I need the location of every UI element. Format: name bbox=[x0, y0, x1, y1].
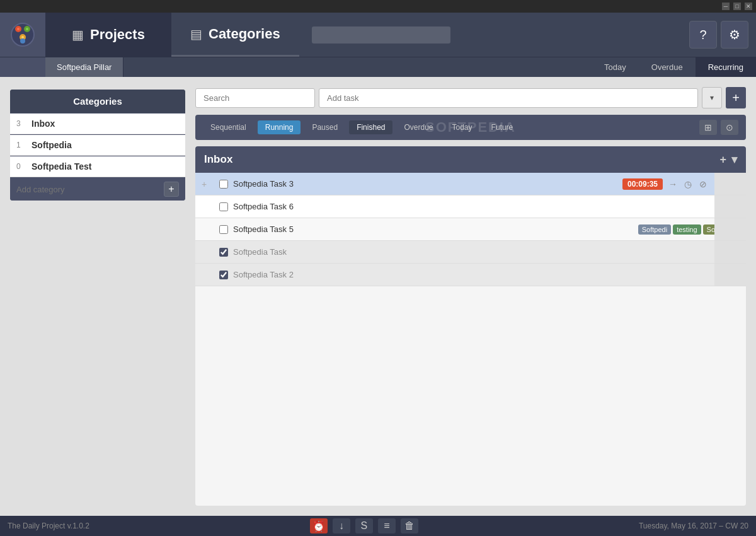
title-bar: ─ □ ✕ bbox=[0, 0, 756, 13]
app-version: The Daily Project v.1.0.2 bbox=[8, 521, 89, 530]
sidebar: Categories 3 Inbox 1 Softpedia 0 Softped… bbox=[0, 77, 195, 516]
category-item-softpedia-test[interactable]: 0 Softpedia Test bbox=[10, 156, 185, 177]
task-panel-actions: + ▾ bbox=[719, 153, 737, 166]
footer-datetime: Tuesday, May 16, 2017 – CW 20 bbox=[639, 521, 748, 530]
close-btn[interactable]: ✕ bbox=[745, 3, 752, 10]
cat-name-inbox: Inbox bbox=[32, 119, 55, 129]
categories-label: Categories bbox=[209, 26, 280, 42]
category-item-inbox[interactable]: 3 Inbox bbox=[10, 114, 185, 134]
cat-count-inbox: 3 bbox=[16, 119, 26, 128]
projects-icon: ▦ bbox=[72, 27, 84, 42]
svg-point-4 bbox=[17, 28, 20, 30]
task-2-name: Softpedia Task 6 bbox=[233, 202, 740, 211]
cat-name-softpedia-test: Softpedia Test bbox=[32, 161, 91, 172]
task-1-name: Softpedia Task 3 bbox=[233, 179, 622, 189]
filter-running[interactable]: Running bbox=[258, 120, 301, 134]
maximize-btn[interactable]: □ bbox=[733, 3, 741, 10]
add-category-row: + bbox=[10, 178, 185, 201]
footer: The Daily Project v.1.0.2 ⏰ ↓ S ≡ 🗑 Tues… bbox=[0, 516, 756, 536]
global-search-input[interactable] bbox=[312, 26, 450, 44]
help-button[interactable]: ? bbox=[689, 21, 717, 49]
download-btn[interactable]: ↓ bbox=[333, 518, 350, 533]
filter-bar: SOFTPEDIA Sequential Running Paused Fini… bbox=[195, 115, 746, 140]
search-area bbox=[299, 13, 689, 57]
add-category-input[interactable] bbox=[16, 185, 164, 194]
task-5-checkbox[interactable] bbox=[219, 271, 228, 279]
task-3-drag-handle bbox=[714, 218, 746, 240]
task-row: Softpedia Task 2 bbox=[195, 264, 746, 286]
task-3-name: Softpedia Task 5 bbox=[233, 224, 638, 234]
categories-panel-title: Categories bbox=[10, 90, 185, 113]
task-row: Softpedia Task 6 bbox=[195, 195, 746, 218]
task-search-input[interactable] bbox=[195, 88, 315, 108]
task-panel-collapse-btn[interactable]: ▾ bbox=[731, 153, 737, 166]
task-row: Softpedia Task bbox=[195, 241, 746, 264]
task-3-tag-testing: testing bbox=[673, 224, 701, 235]
grid-view-btn[interactable]: ⊞ bbox=[699, 120, 717, 135]
task-panel-header: Inbox + ▾ bbox=[195, 146, 746, 173]
task-1-clock-icon[interactable]: ◷ bbox=[682, 179, 694, 189]
filter-paused[interactable]: Paused bbox=[304, 120, 345, 134]
projects-label: Projects bbox=[90, 26, 145, 43]
sync-btn[interactable]: S bbox=[355, 518, 373, 533]
list-settings-btn[interactable]: ≡ bbox=[378, 518, 396, 533]
categories-icon: ▤ bbox=[190, 26, 202, 42]
top-action-btns: ? ⚙ bbox=[689, 13, 756, 57]
tag-view-btn[interactable]: ⊙ bbox=[721, 120, 738, 135]
task-2-checkbox[interactable] bbox=[219, 202, 228, 211]
task-dropdown-button[interactable]: ▾ bbox=[702, 87, 722, 108]
task-1-link-icon[interactable]: ⊘ bbox=[697, 179, 709, 189]
add-task-input[interactable] bbox=[319, 88, 698, 108]
task-row-add-icon[interactable]: + bbox=[202, 179, 214, 189]
task-4-name: Softpedia Task bbox=[233, 247, 740, 257]
cat-count-softpedia: 1 bbox=[16, 141, 26, 149]
svg-point-6 bbox=[21, 36, 24, 38]
task-3-checkbox[interactable] bbox=[219, 225, 228, 234]
top-nav: ▦ Projects ▤ Categories ? ⚙ bbox=[0, 13, 756, 57]
cat-tab-overdue[interactable]: Overdue bbox=[639, 57, 696, 77]
filter-sequential[interactable]: Sequential bbox=[203, 120, 254, 134]
sub-nav-left-spacer bbox=[0, 57, 45, 77]
nav-categories-tab[interactable]: ▤ Categories bbox=[171, 13, 299, 57]
svg-point-7 bbox=[20, 38, 25, 44]
main-content: Categories 3 Inbox 1 Softpedia 0 Softped… bbox=[0, 77, 756, 516]
logo bbox=[0, 13, 45, 57]
task-4-checkbox[interactable] bbox=[219, 248, 228, 257]
task-1-drag-handle bbox=[714, 173, 746, 195]
add-task-button[interactable]: + bbox=[726, 87, 746, 108]
settings-button[interactable]: ⚙ bbox=[721, 21, 748, 49]
task-panel-add-btn[interactable]: + bbox=[719, 153, 726, 166]
task-input-row: ▾ + bbox=[195, 87, 746, 108]
categories-panel: Categories 3 Inbox 1 Softpedia 0 Softped… bbox=[10, 90, 185, 201]
svg-point-5 bbox=[26, 28, 28, 30]
category-item-softpedia[interactable]: 1 Softpedia bbox=[10, 135, 185, 156]
task-1-timer: 00:09:35 bbox=[622, 178, 663, 190]
project-tab-softpedia-pillar[interactable]: Softpedia Pillar bbox=[45, 57, 123, 77]
right-content: ▾ + SOFTPEDIA Sequential Running Paused … bbox=[195, 77, 756, 516]
cat-tab-today[interactable]: Today bbox=[592, 57, 639, 77]
task-3-tag-softpedi: Softpedi bbox=[638, 224, 671, 235]
filter-future[interactable]: Future bbox=[484, 120, 521, 134]
minimize-btn[interactable]: ─ bbox=[722, 3, 730, 10]
filter-overdue[interactable]: Overdue bbox=[396, 120, 440, 134]
trash-btn[interactable]: 🗑 bbox=[401, 518, 418, 533]
task-1-checkbox[interactable] bbox=[219, 180, 228, 189]
cat-count-softpedia-test: 0 bbox=[16, 162, 26, 171]
cat-tab-recurring[interactable]: Recurring bbox=[696, 57, 756, 77]
task-row: Softpedia Task 5 Softpedi testing Softwa… bbox=[195, 218, 746, 241]
alarm-btn[interactable]: ⏰ bbox=[310, 518, 328, 533]
add-category-button[interactable]: + bbox=[164, 182, 179, 197]
task-4-drag-handle bbox=[714, 241, 746, 263]
filter-finished[interactable]: Finished bbox=[349, 120, 392, 134]
cat-name-softpedia: Softpedia bbox=[32, 140, 72, 150]
task-5-drag-handle bbox=[714, 264, 746, 286]
sub-nav: Softpedia Pillar Today Overdue Recurring bbox=[0, 57, 756, 77]
nav-projects-tab[interactable]: ▦ Projects bbox=[45, 13, 171, 57]
filter-today[interactable]: Today bbox=[445, 120, 480, 134]
task-2-drag-handle bbox=[714, 195, 746, 218]
task-5-name: Softpedia Task 2 bbox=[233, 270, 740, 279]
task-panel: Inbox + ▾ + Softpedia Task 3 00:09:35 → … bbox=[195, 146, 746, 506]
task-1-arrow-icon[interactable]: → bbox=[667, 179, 679, 189]
task-panel-title: Inbox bbox=[204, 153, 232, 166]
footer-actions: ⏰ ↓ S ≡ 🗑 bbox=[310, 518, 418, 533]
